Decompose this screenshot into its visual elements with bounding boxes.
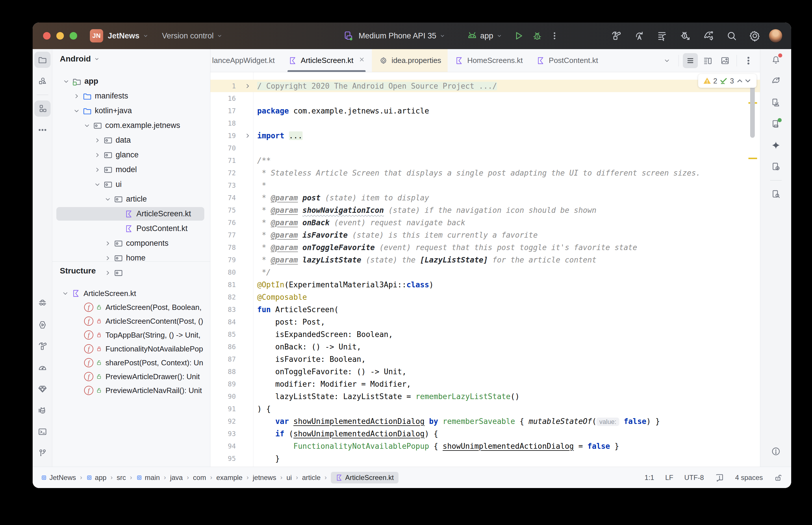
vcs-menu[interactable]: Version control [162, 31, 214, 41]
build-hammer-icon[interactable] [34, 338, 50, 354]
tab-idea.properties[interactable]: idea.properties [372, 49, 448, 72]
breadcrumb-jetnews[interactable]: jetnews [253, 474, 276, 482]
device-selector[interactable]: Medium Phone API 35 [359, 31, 436, 41]
window-minimize-button[interactable] [56, 32, 64, 40]
tree-item-ui[interactable]: ui [52, 177, 210, 192]
profiler-gauge-icon[interactable] [34, 360, 50, 376]
breadcrumb-article[interactable]: article [302, 474, 321, 482]
tab-options-kebab-icon[interactable] [741, 53, 756, 68]
next-problem-chevron-icon[interactable] [744, 77, 752, 85]
chevron-right-icon[interactable] [103, 253, 113, 263]
structure-squares-icon[interactable] [34, 101, 50, 117]
tree-item-postcontent.kt[interactable]: PostContent.kt [52, 221, 210, 236]
breadcrumb-main[interactable]: main [136, 474, 160, 482]
code-line-73[interactable]: 73 * [210, 179, 760, 192]
code-line-85[interactable]: 85 isExpandedScreen: Boolean, [210, 328, 760, 341]
code-line-18[interactable]: 18 [210, 117, 760, 129]
tree-item-data[interactable]: data [52, 133, 210, 148]
editor-view-mode-code-icon[interactable] [683, 53, 698, 68]
breadcrumb-app[interactable]: app [86, 474, 106, 482]
chevron-right-icon[interactable] [92, 135, 102, 145]
code-line-88[interactable]: 88 onToggleFavorite: () -> Unit, [210, 365, 760, 378]
search-icon[interactable] [726, 30, 737, 42]
notifications-bell-icon[interactable] [768, 52, 784, 68]
tree-item-kotlin+java[interactable]: kotlin+java [52, 103, 210, 118]
tree-item-com.example.jetnews[interactable]: com.example.jetnews [52, 118, 210, 133]
editor-view-mode-split-icon[interactable] [700, 53, 715, 68]
line-separator[interactable]: LF [665, 474, 673, 482]
code-line-87[interactable]: 87 isFavorite: Boolean, [210, 353, 760, 365]
caret-position[interactable]: 1:1 [645, 474, 654, 482]
chevron-right-icon[interactable] [103, 268, 113, 278]
services-icon[interactable] [34, 317, 50, 333]
code-area[interactable]: 1/ Copyright 2020 The Android Open Sourc… [210, 80, 760, 465]
chevron-down-icon[interactable] [92, 180, 102, 190]
tree-item-manifests[interactable]: manifests [52, 89, 210, 103]
structure-item[interactable]: fPreviewArticleDrawer(): Unit [52, 370, 210, 384]
device-link-icon[interactable] [768, 159, 784, 175]
breadcrumb-com[interactable]: com [193, 474, 206, 482]
code-line-16[interactable]: 16 [210, 92, 760, 105]
indent-setting[interactable]: 4 spaces [735, 474, 763, 482]
problems-icon[interactable] [768, 443, 784, 460]
debug-button[interactable] [531, 30, 543, 42]
terminal-icon[interactable] [34, 424, 50, 440]
close-icon[interactable] [358, 56, 366, 65]
running-devices-icon[interactable] [768, 116, 784, 132]
app-quality-insights-icon[interactable] [34, 381, 50, 397]
more-dots-icon[interactable] [34, 122, 50, 138]
tab-articlescreen.kt[interactable]: ArticleScreen.kt [281, 49, 372, 72]
resource-manager-icon[interactable] [34, 73, 50, 89]
file-lock-icon[interactable] [774, 473, 783, 482]
chevron-down-icon[interactable] [82, 121, 92, 131]
code-line-95[interactable]: 95 } [210, 452, 760, 465]
editor-view-mode-preview-icon[interactable] [718, 53, 733, 68]
run-configuration-selector[interactable]: app [480, 31, 493, 41]
run-button[interactable] [513, 30, 525, 42]
chevron-right-icon[interactable] [72, 91, 82, 101]
code-line-17[interactable]: 17package com.example.jetnews.ui.article [210, 105, 760, 117]
code-line-83[interactable]: 83fun ArticleScreen( [210, 303, 760, 316]
tree-item-home[interactable]: home [52, 251, 210, 265]
code-line-92[interactable]: 92 var showUnimplementedActionDialog by … [210, 415, 760, 427]
code-line-89[interactable]: 89 modifier: Modifier = Modifier, [210, 378, 760, 390]
chevron-down-icon[interactable] [103, 194, 113, 204]
breadcrumb-src[interactable]: src [117, 474, 126, 482]
code-line-84[interactable]: 84 post: Post, [210, 316, 760, 328]
inspection-bubble-icon[interactable] [715, 473, 724, 482]
code-line-78[interactable]: 78 * @param onToggleFavorite (event) req… [210, 241, 760, 254]
structure-item[interactable]: fArticleScreenContent(Post, () [52, 314, 210, 328]
structure-root[interactable]: ArticleScreen.kt [52, 286, 210, 300]
structure-item[interactable]: fsharePost(Post, Context): Un [52, 356, 210, 370]
tab-homescreens.kt[interactable]: HomeScreens.kt [448, 49, 529, 72]
code-line-94[interactable]: 94 FunctionalityNotAvailablePopup { show… [210, 440, 760, 452]
tree-item-article[interactable]: article [52, 192, 210, 207]
inspections-widget[interactable]: 2 3 [698, 74, 756, 88]
chevron-down-icon[interactable] [72, 106, 82, 116]
code-line-81[interactable]: 81@OptIn(ExperimentalMaterial3Api::class… [210, 279, 760, 291]
window-maximize-button[interactable] [70, 32, 77, 40]
error-stripe-mark[interactable] [749, 158, 757, 159]
user-avatar[interactable] [769, 29, 783, 43]
code-line-70[interactable]: 70 [210, 142, 760, 154]
sync-project-icon[interactable] [633, 30, 645, 42]
tree-item-articlescreen.kt[interactable]: ArticleScreen.kt [52, 207, 210, 221]
tree-item-glance[interactable]: glance [52, 148, 210, 162]
code-line-79[interactable]: 79 * @param lazyListState (state) the [L… [210, 254, 760, 266]
fold-chevron-icon[interactable] [244, 82, 251, 90]
code-line-75[interactable]: 75 * @param showNavigationIcon (state) i… [210, 204, 760, 216]
project-name-menu[interactable]: JetNews [108, 31, 139, 41]
breadcrumb-ui[interactable]: ui [286, 474, 292, 482]
tab-lanceappwidget.kt[interactable]: lanceAppWidget.kt [210, 49, 281, 72]
tree-item-model[interactable]: model [52, 162, 210, 177]
breadcrumb-jetnews[interactable]: JetNews [41, 474, 76, 482]
chevron-right-icon[interactable] [92, 150, 102, 160]
tab-postcontent.kt[interactable]: PostContent.kt [529, 49, 605, 72]
code-line-72[interactable]: 72 * Stateless Article Screen that displ… [210, 167, 760, 179]
code-line-86[interactable]: 86 onBack: () -> Unit, [210, 341, 760, 353]
settings-gear-icon[interactable] [749, 30, 761, 42]
code-line-74[interactable]: 74 * @param post (state) item to display [210, 192, 760, 204]
tree-item-app[interactable]: app [52, 74, 210, 89]
code-line-82[interactable]: 82@Composable [210, 291, 760, 303]
project-view-selector[interactable]: Android [60, 54, 91, 63]
